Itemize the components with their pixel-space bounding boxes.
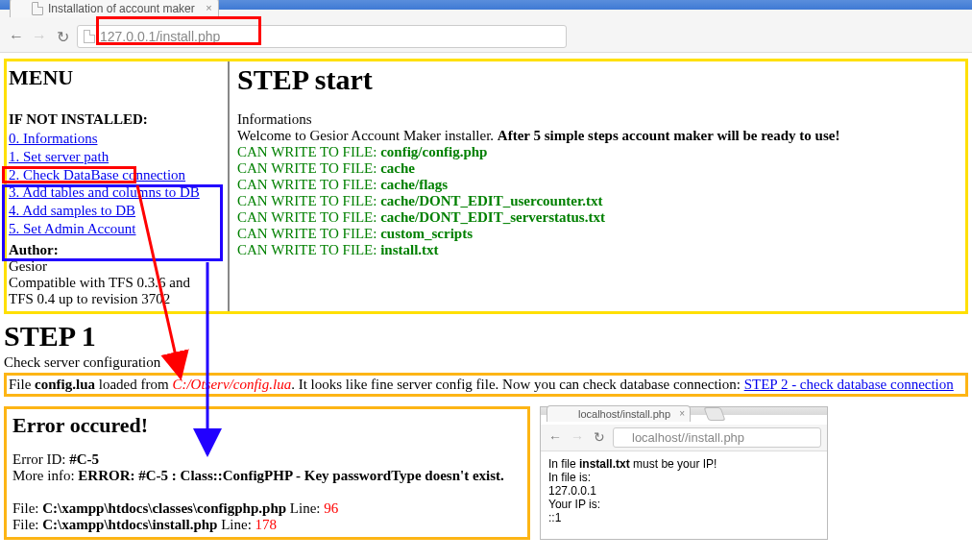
welcome-line: Welcome to Gesior Account Maker installe… xyxy=(237,128,960,144)
close-icon[interactable]: × xyxy=(679,408,685,419)
menu-heading: MENU xyxy=(9,65,224,90)
page-icon xyxy=(619,431,628,443)
address-bar[interactable]: 127.0.0.1/install.php xyxy=(77,25,567,48)
mini-reload-button[interactable]: ↻ xyxy=(591,429,608,445)
page-icon xyxy=(565,408,574,420)
mini-toolbar: ← → ↻ localhost//install.php xyxy=(541,425,827,451)
step-start-title: STEP start xyxy=(237,63,960,96)
mini-new-tab-button[interactable] xyxy=(703,407,725,421)
menu-link-set-admin[interactable]: 5. Set Admin Account xyxy=(9,220,224,238)
step-start-panel: MENU IF NOT INSTALLED: 0. Informations 1… xyxy=(4,59,968,314)
menu-subheading: IF NOT INSTALLED: xyxy=(9,111,224,128)
canwrite-line: CAN WRITE TO FILE: config/config.php xyxy=(237,144,960,160)
compat-line-1: Compatible with TFS 0.3.6 and xyxy=(9,275,190,290)
config-file-path: C:/Otserv/config.lua xyxy=(172,377,291,392)
menu-column: MENU IF NOT INSTALLED: 0. Informations 1… xyxy=(7,61,230,311)
menu-link-check-db[interactable]: 2. Check DataBase connection xyxy=(9,166,224,184)
forward-button[interactable]: → xyxy=(31,28,48,45)
error-file-line-1: File: C:\xampp\htdocs\classes\configphp.… xyxy=(12,500,522,517)
menu-link-informations[interactable]: 0. Informations xyxy=(9,130,224,148)
step-start-column: STEP start Informations Welcome to Gesio… xyxy=(230,61,965,311)
step1-section: STEP 1 Check server configuration File c… xyxy=(4,320,968,397)
canwrite-line: CAN WRITE TO FILE: custom_scripts xyxy=(237,226,960,242)
browser-tab[interactable]: Installation of account maker × xyxy=(10,0,219,17)
error-file-line-2: File: C:\xampp\htdocs\install.php Line: … xyxy=(12,517,522,533)
step2-link[interactable]: STEP 2 - check database connection xyxy=(744,377,954,392)
page-icon xyxy=(32,2,43,15)
url-text: 127.0.0.1/install.php xyxy=(100,29,220,44)
mini-tabstrip: localhost/install.php × xyxy=(541,407,827,415)
canwrite-list: CAN WRITE TO FILE: config/config.phpCAN … xyxy=(237,144,960,258)
browser-toolbar: ← → ↻ 127.0.0.1/install.php xyxy=(0,21,972,53)
canwrite-line: CAN WRITE TO FILE: cache/DONT_EDIT_userc… xyxy=(237,193,960,209)
mini-url-text: localhost//install.php xyxy=(632,430,744,445)
error-title: Error occured! xyxy=(12,413,522,438)
canwrite-line: CAN WRITE TO FILE: install.txt xyxy=(237,242,960,258)
close-icon[interactable]: × xyxy=(206,2,211,13)
author-label: Author: xyxy=(9,242,224,258)
reload-button[interactable]: ↻ xyxy=(54,28,71,46)
error-id-line: Error ID: #C-5 xyxy=(12,451,522,468)
mini-back-button[interactable]: ← xyxy=(547,429,564,445)
canwrite-line: CAN WRITE TO FILE: cache xyxy=(237,160,960,177)
compat-line-2: TFS 0.4 up to revision 3702 xyxy=(9,291,170,306)
error-panel: Error occured! Error ID: #C-5 More info:… xyxy=(4,406,530,540)
mini-browser-tab[interactable]: localhost/install.php × xyxy=(547,405,691,422)
mini-tab-title: localhost/install.php xyxy=(578,408,670,420)
author-name: Gesior xyxy=(9,258,47,274)
mini-forward-button[interactable]: → xyxy=(569,429,586,445)
menu-link-add-samples[interactable]: 4. Add samples to DB xyxy=(9,202,224,220)
error-more-line: More info: ERROR: #C-5 : Class::ConfigPH… xyxy=(12,468,522,484)
page-icon xyxy=(84,30,95,43)
step1-subtitle: Check server configuration xyxy=(4,354,968,371)
browser-tabstrip: Installation of account maker × xyxy=(0,0,972,10)
informations-label: Informations xyxy=(237,111,960,128)
tab-title: Installation of account maker xyxy=(48,2,195,15)
mini-body: In file install.txt must be your IP! In … xyxy=(541,451,827,530)
step1-title: STEP 1 xyxy=(4,320,968,353)
menu-link-set-server-path[interactable]: 1. Set server path xyxy=(9,148,224,166)
back-button[interactable]: ← xyxy=(8,28,25,45)
canwrite-line: CAN WRITE TO FILE: cache/DONT_EDIT_serve… xyxy=(237,209,960,226)
step1-result-box: File config.lua loaded from C:/Otserv/co… xyxy=(4,373,968,397)
config-file-name: config.lua xyxy=(35,377,95,392)
canwrite-line: CAN WRITE TO FILE: cache/flags xyxy=(237,177,960,193)
menu-link-add-tables[interactable]: 3. Add tables and columns to DB xyxy=(9,183,224,202)
mini-browser-window: localhost/install.php × ← → ↻ localhost/… xyxy=(540,406,828,540)
mini-address-bar[interactable]: localhost//install.php xyxy=(613,427,821,448)
